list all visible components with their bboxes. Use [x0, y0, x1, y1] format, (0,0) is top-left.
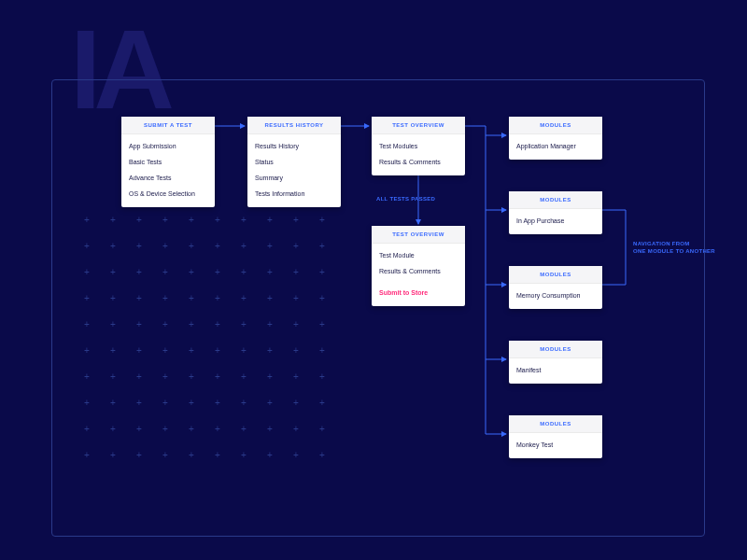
card-item: Memory Consumption [509, 287, 602, 303]
label-nav-line1: NAVIGATION FROM [633, 241, 690, 246]
label-nav-line2: ONE MODULE TO ANOTHER [633, 248, 715, 254]
card-item: Results & Comments [372, 154, 465, 170]
card-module-monkey: MODULES Monkey Test [509, 415, 602, 458]
card-header: MODULES [509, 415, 602, 433]
card-header: MODULES [509, 341, 602, 358]
card-header: TEST OVERVIEW [372, 117, 465, 134]
card-header: MODULES [509, 266, 602, 284]
card-module-memory: MODULES Memory Consumption [509, 266, 602, 309]
card-item: Status [247, 154, 341, 170]
label-all-passed: ALL TESTS PASSED [376, 196, 435, 202]
card-header: MODULES [509, 191, 602, 209]
card-results-history: RESULTS HISTORY Results History Status S… [247, 117, 341, 207]
card-item: Manifest [509, 362, 602, 378]
card-module-iap: MODULES In App Purchase [509, 191, 602, 234]
card-item: Test Modules [372, 138, 465, 154]
card-header: TEST OVERVIEW [372, 226, 465, 244]
card-item-submit-store: Submit to Store [372, 285, 465, 301]
card-item: Summary [247, 170, 341, 186]
card-header: MODULES [509, 117, 602, 134]
card-item: Results & Comments [372, 263, 465, 279]
card-test-overview-1: TEST OVERVIEW Test Modules Results & Com… [372, 117, 465, 175]
card-item: Test Module [372, 247, 465, 263]
card-module-app-manager: MODULES Application Manager [509, 117, 602, 160]
card-header: SUBMIT A TEST [121, 117, 215, 134]
card-item: Monkey Test [509, 437, 602, 453]
card-item: In App Purchase [509, 213, 602, 229]
card-module-manifest: MODULES Manifest [509, 341, 602, 384]
card-item: Results History [247, 138, 341, 154]
card-item: App Submission [121, 138, 215, 154]
card-item: Application Manager [509, 138, 602, 154]
card-test-overview-2: TEST OVERVIEW Test Module Results & Comm… [372, 226, 465, 306]
card-item: OS & Device Selection [121, 186, 215, 202]
card-item: Advance Tests [121, 170, 215, 186]
card-submit-test: SUBMIT A TEST App Submission Basic Tests… [121, 117, 215, 207]
card-header: RESULTS HISTORY [247, 117, 341, 134]
card-item: Basic Tests [121, 154, 215, 170]
card-item: Tests Information [247, 186, 341, 202]
